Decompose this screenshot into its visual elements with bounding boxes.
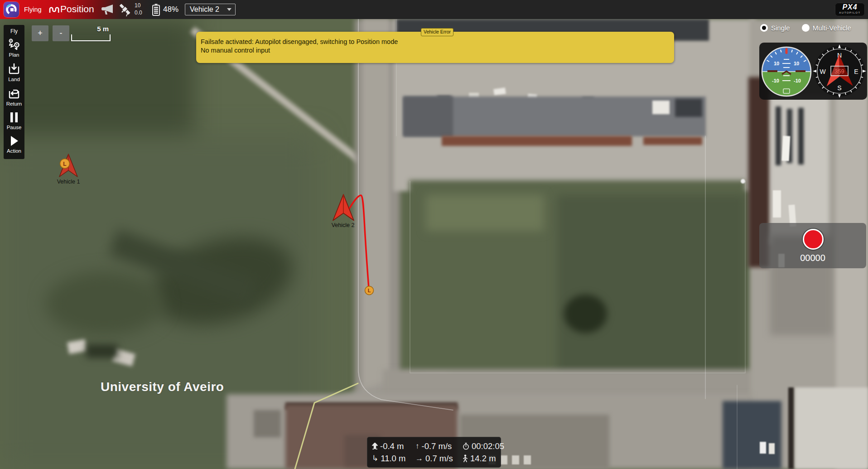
recorder-panel: 00000 <box>759 223 866 268</box>
flight-time-readout: 00:02:05 <box>463 440 506 452</box>
dropdown-caret-icon <box>227 8 231 11</box>
ground-speed-readout: → 0.7 m/s <box>415 452 463 464</box>
attitude-indicator: 10 10 -10 -10 <box>761 46 812 97</box>
return-button[interactable]: Return <box>6 87 22 106</box>
speed-arrow-icon: → <box>415 454 423 463</box>
vehicle-selector-dropdown[interactable]: Vehicle 2 <box>185 4 236 15</box>
gps-satellite-icon[interactable] <box>118 3 133 17</box>
banner-line2: No manual control input <box>201 46 670 55</box>
fly-panel-title: Fly <box>10 28 18 34</box>
climb-arrow-icon: ↑ <box>415 442 420 451</box>
svg-text:L: L <box>368 288 371 293</box>
qgroundcontrol-logo[interactable] <box>4 2 19 17</box>
svg-text:E: E <box>854 68 858 75</box>
svg-text:-10: -10 <box>772 78 779 83</box>
telemetry-panel: -0.4 m ↑ -0.7 m/s 00:02:05 ↳ 11.0 m → 0.… <box>367 437 501 468</box>
svg-text:S: S <box>837 84 841 92</box>
map-scale-bar <box>71 34 111 41</box>
action-button[interactable]: Action <box>7 135 21 154</box>
launch-point-vehicle1: L <box>60 159 70 169</box>
map-overlay: L L <box>0 19 868 469</box>
distance-readout: ↳ 11.0 m <box>372 452 415 464</box>
vehicle-error-banner[interactable]: Failsafe activated: Autopilot disengaged… <box>196 32 674 63</box>
vehicle1-label: Vehicle 1 <box>57 179 80 185</box>
gps-satellite-count: 10 <box>135 2 142 9</box>
svg-text:L: L <box>63 161 66 167</box>
altitude-readout: -0.4 m <box>372 440 415 452</box>
climb-rate-readout: ↑ -0.7 m/s <box>415 440 463 452</box>
plan-button[interactable]: Plan <box>8 38 20 58</box>
svg-text:-10: -10 <box>794 78 801 83</box>
map-place-label: University of Aveiro <box>101 380 224 394</box>
battery-icon[interactable] <box>152 4 160 16</box>
radio-unselected-icon <box>802 24 810 32</box>
flight-instruments-panel[interactable]: 10 10 -10 -10 <box>759 43 867 100</box>
vehicle1-marker[interactable]: L <box>59 154 77 177</box>
svg-text:10: 10 <box>794 61 799 66</box>
record-button[interactable] <box>803 229 824 250</box>
zoom-out-button[interactable]: - <box>53 25 69 41</box>
vehicle-error-tab[interactable]: Vehicle Error <box>421 28 453 36</box>
gps-hdop-value: 0.0 <box>135 9 142 16</box>
vehicle2-label: Vehicle 2 <box>332 222 355 228</box>
record-counter: 00000 <box>759 253 866 263</box>
radio-selected-icon <box>760 24 768 32</box>
flight-status-label: Flying <box>24 0 42 19</box>
megaphone-icon[interactable] <box>101 4 115 15</box>
pause-button[interactable]: Pause <box>7 111 22 130</box>
satellite-map[interactable]: L L Vehicle 1 Vehicle 2 University of Av… <box>0 19 868 469</box>
multi-vehicle-radio[interactable]: Multi-Vehicle <box>802 24 851 32</box>
map-scale-label: 5 m <box>72 25 109 33</box>
roll-pointer-icon <box>786 48 788 54</box>
vehicle-mode-switch: Single Multi-Vehicle <box>760 24 851 32</box>
stopwatch-icon <box>463 443 469 450</box>
battery-percentage: 48% <box>163 0 178 19</box>
zoom-in-button[interactable]: + <box>32 25 48 41</box>
return-icon <box>8 87 20 100</box>
flight-mode-icon <box>49 6 60 13</box>
svg-text:10: 10 <box>774 61 779 66</box>
launch-point-vehicle2[interactable]: L <box>365 286 374 295</box>
plan-route-icon <box>8 38 20 51</box>
top-toolbar: Flying Position 10 0.0 48% Vehicle 2 PX4 <box>0 0 868 19</box>
gps-status-values: 10 0.0 <box>135 2 142 16</box>
distance-traveled-readout: 14.2 m <box>463 452 506 464</box>
flight-mode-button[interactable]: Position <box>60 0 94 19</box>
banner-line1: Failsafe activated: Autopilot disengaged… <box>201 38 670 46</box>
single-radio[interactable]: Single <box>760 24 790 32</box>
land-icon <box>8 63 20 75</box>
fly-tools-panel: Fly Plan Land Return Pause <box>4 25 24 159</box>
mission-polyline <box>295 383 358 469</box>
px4-logo: PX4 AUTOPILOT <box>835 3 865 16</box>
compass: N S W E 359 <box>813 44 866 98</box>
person-icon <box>463 454 468 462</box>
play-icon <box>9 135 19 147</box>
heading-value: 359 <box>834 68 844 75</box>
altitude-arrow-icon <box>372 443 378 450</box>
land-button[interactable]: Land <box>8 63 20 82</box>
distance-arrow-icon: ↳ <box>372 454 378 463</box>
svg-text:W: W <box>820 68 826 75</box>
pause-icon <box>9 111 19 123</box>
